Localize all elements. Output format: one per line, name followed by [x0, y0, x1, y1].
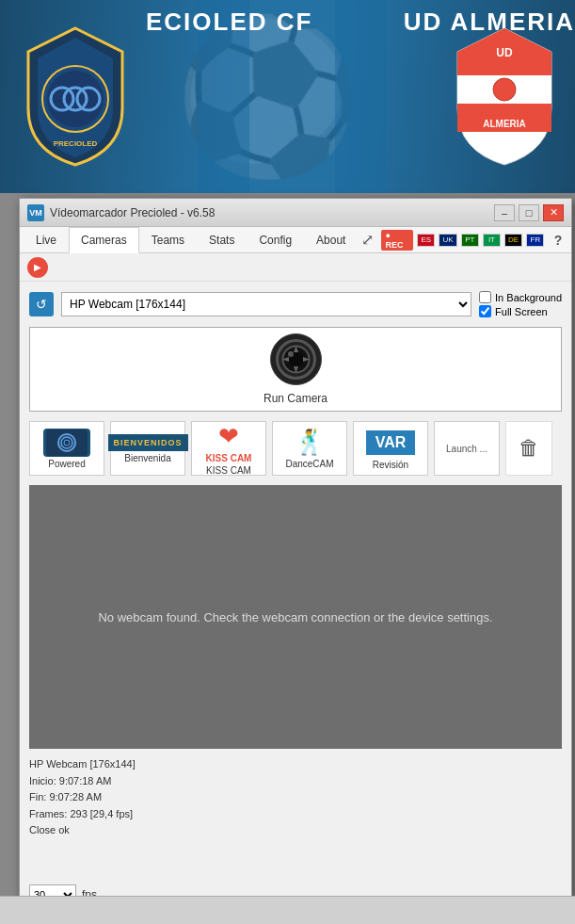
info-line-5: Close ok — [29, 822, 562, 839]
dancecam-icon: 🕺 — [295, 428, 325, 457]
background-banner: ⚽ ECIOLED CF UD ALMERIA PRECIOLED — [0, 0, 575, 193]
no-webcam-message: No webcam found. Check the webcam connec… — [98, 610, 492, 624]
tab-live[interactable]: Live — [24, 227, 69, 252]
fullscreen-icon[interactable]: ⤢ — [358, 230, 377, 251]
flag-fr[interactable]: FR — [526, 234, 544, 247]
in-background-label: In Background — [495, 292, 562, 303]
dancecam-button[interactable]: 🕺 DanceCAM — [272, 421, 347, 476]
menu-bar-right: ⤢ ● REC ES UK PT IT DE FR ? — [358, 227, 571, 252]
kisscam-button[interactable]: ❤ KISS CAM KISS CAM — [191, 421, 266, 476]
flag-pt[interactable]: PT — [461, 234, 479, 247]
tab-about[interactable]: About — [304, 227, 358, 252]
svg-point-1 — [47, 71, 104, 127]
info-line-3: Fin: 9:07:28 AM — [29, 789, 562, 806]
var-button[interactable]: VAR Revisión — [353, 421, 428, 476]
title-controls: – □ ✕ — [494, 204, 564, 221]
tab-cameras[interactable]: Cameras — [69, 227, 139, 253]
launch-button[interactable]: Launch ... — [434, 421, 500, 476]
tab-teams[interactable]: Teams — [139, 227, 197, 252]
svg-text:PRECIOLED: PRECIOLED — [54, 139, 98, 148]
bottom-status-bar — [0, 896, 575, 924]
main-content: ↺ HP Webcam [176x144] In Background Full… — [20, 282, 571, 849]
menu-bar: Live Cameras Teams Stats Config About ⤢ … — [20, 227, 571, 253]
window-title: Vídeomarcador Precioled - v6.58 — [50, 206, 215, 219]
svg-point-15 — [288, 351, 294, 357]
kisscam-label: KISS CAM — [206, 465, 251, 476]
svg-text:ALMERIA: ALMERIA — [483, 119, 526, 129]
in-background-checkbox[interactable] — [479, 291, 491, 303]
var-label: Revisión — [373, 460, 408, 470]
kisscam-sub: KISS CAM — [206, 453, 252, 463]
bienvenidos-button[interactable]: BIENVENIDOS Bienvenida — [110, 421, 185, 476]
full-screen-checkbox[interactable] — [479, 305, 491, 317]
title-bar: VM Vídeomarcador Precioled - v6.58 – □ ✕ — [20, 199, 571, 227]
info-line-2: Inicio: 9:07:18 AM — [29, 773, 562, 790]
app-window: VM Vídeomarcador Precioled - v6.58 – □ ✕… — [19, 198, 572, 914]
minimize-button[interactable]: – — [494, 204, 515, 221]
flag-de[interactable]: DE — [504, 234, 522, 247]
app-icon: VM — [27, 204, 44, 221]
almeria-logo: UD ALMERIA — [443, 9, 566, 184]
tab-stats[interactable]: Stats — [197, 227, 247, 252]
rec-badge: ● REC — [381, 230, 413, 251]
flag-es[interactable]: ES — [417, 234, 435, 247]
refresh-camera-button[interactable]: ↺ — [29, 292, 54, 316]
maximize-button[interactable]: □ — [519, 204, 539, 221]
close-button[interactable]: ✕ — [543, 204, 564, 221]
launch-icon: Launch ... — [446, 444, 487, 454]
powered-label: Powered — [48, 459, 85, 469]
flag-uk[interactable]: UK — [439, 234, 456, 247]
camera-preview[interactable]: Run Camera — [29, 327, 562, 412]
toolbar: ▶ — [20, 253, 571, 282]
flag-it[interactable]: IT — [483, 234, 501, 247]
info-line-4: Frames: 293 [29,4 fps] — [29, 806, 562, 823]
camera-info-text: HP Webcam [176x144] Inicio: 9:07:18 AM F… — [29, 756, 562, 839]
info-line-1: HP Webcam [176x144] — [29, 756, 562, 773]
trash-icon: 🗑 — [519, 436, 539, 461]
kisscam-icon: ❤ — [218, 422, 239, 451]
bienvenidos-label: Bienvenida — [124, 453, 170, 463]
precioled-logo: PRECIOLED — [9, 9, 141, 184]
var-icon: VAR — [363, 428, 419, 458]
effects-row: Powered BIENVENIDOS Bienvenida ❤ KISS CA… — [29, 421, 562, 476]
camera-options: In Background Full Screen — [479, 291, 562, 317]
svg-point-8 — [493, 78, 516, 101]
svg-text:UD: UD — [496, 46, 513, 59]
delete-button[interactable]: 🗑 — [505, 421, 552, 476]
camera-select[interactable]: HP Webcam [176x144] — [61, 292, 471, 316]
help-icon[interactable]: ? — [548, 230, 567, 251]
run-camera-label: Run Camera — [264, 392, 327, 405]
camera-lens-icon — [270, 333, 322, 388]
camera-selector-row: ↺ HP Webcam [176x144] In Background Full… — [29, 291, 562, 317]
powered-button[interactable]: Powered — [29, 421, 104, 476]
tab-bar: Live Cameras Teams Stats Config About — [24, 227, 358, 252]
video-display-area: No webcam found. Check the webcam connec… — [29, 485, 562, 749]
tab-config[interactable]: Config — [247, 227, 304, 252]
left-team-name: ECIOLED CF — [146, 8, 312, 37]
dancecam-label: DanceCAM — [285, 459, 333, 469]
play-button[interactable]: ▶ — [27, 257, 48, 278]
full-screen-label: Full Screen — [495, 306, 548, 317]
bienvenidos-icon: BIENVENIDOS — [108, 434, 188, 451]
powered-icon — [43, 429, 90, 457]
